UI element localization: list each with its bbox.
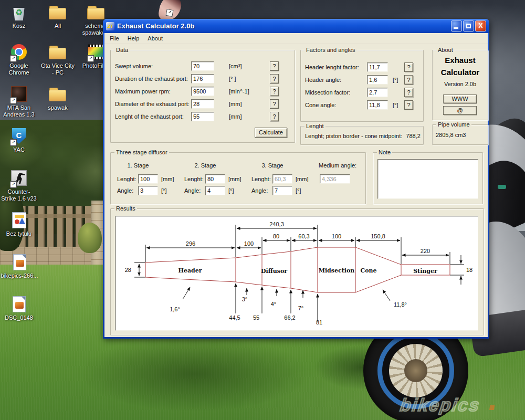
stage-title: 2. Stage (184, 162, 226, 169)
dim-inlet-diameter: 28 (125, 267, 131, 273)
group-title: Lenght (304, 123, 326, 129)
factors-group: Factors and angles Header lenght factor:… (300, 50, 424, 122)
unit-label: [°] (393, 102, 398, 108)
wheel-hub (404, 359, 427, 382)
folder-icon (49, 86, 67, 103)
dim-d2: 55 (253, 314, 259, 321)
folder-icon (49, 44, 67, 61)
email-button[interactable]: @ (443, 106, 477, 115)
paint-page (12, 212, 26, 228)
exhaust-port-diameter-input[interactable] (191, 99, 214, 109)
desktop-icon-all[interactable]: All (40, 4, 76, 29)
desktop-icon-label: All (40, 23, 76, 29)
angle-cone: 11,8° (394, 301, 407, 308)
swept-volume-input[interactable] (191, 61, 214, 71)
group-title: Pipe volume (436, 121, 471, 128)
help-button[interactable]: ? (404, 100, 413, 110)
group-title: About (436, 47, 455, 53)
field-label: Lenght: (117, 176, 136, 182)
paint-triangle (19, 218, 25, 224)
field-label: Angle: (117, 187, 133, 194)
exhaust-port-length-input[interactable] (191, 112, 214, 121)
desktop-icon-kosz[interactable]: ♻ Kosz (1, 4, 37, 29)
shortcut-arrow-icon: ↗ (165, 9, 173, 17)
note-textarea[interactable] (377, 159, 478, 199)
motorcycle-detail (498, 185, 506, 189)
cone-angle-input[interactable] (367, 100, 388, 110)
help-button[interactable]: ? (270, 87, 279, 96)
pipe-volume-group: Pipe volume 2805,8 cm3 (432, 124, 488, 145)
about-group: About Exhaust Calculator Version 2.0b WW… (432, 50, 488, 120)
menu-bar: File Help About (104, 33, 488, 44)
menu-about[interactable]: About (143, 34, 167, 43)
stage1-length-input[interactable] (138, 174, 158, 184)
help-button[interactable]: ? (270, 99, 279, 109)
help-button[interactable]: ? (404, 62, 413, 72)
www-button[interactable]: WWW (443, 94, 477, 103)
watermark-text: bikepics (399, 395, 481, 415)
stage2-length-input[interactable] (205, 174, 225, 184)
help-button[interactable]: ? (270, 61, 279, 71)
group-title: Three stage diffusor (114, 149, 169, 155)
group-title: Note (377, 149, 392, 155)
shortcut-arrow-icon: ↗ (10, 55, 17, 62)
stage2-angle-input[interactable] (205, 186, 225, 195)
recycle-glyph: ♻ (11, 7, 27, 17)
unit-label: [mm] (228, 176, 241, 182)
section-stinger: Stinger (413, 268, 437, 275)
maximize-button[interactable] (463, 20, 474, 32)
image-file-icon (10, 296, 28, 313)
title-bar[interactable]: 2T Exhaust Calculator 2.0b X (103, 19, 489, 33)
paint-circle (15, 219, 19, 224)
unit-label: [cm³] (229, 63, 242, 69)
chrome-icon: ↗ (10, 44, 28, 61)
desktop-icon-google-chrome[interactable]: ↗ Google Chrome (1, 44, 37, 76)
stage3-angle-input[interactable] (272, 186, 292, 195)
help-button[interactable]: ? (270, 112, 279, 121)
close-button[interactable]: X (475, 20, 486, 32)
window-body: File Help About Data Swept volume: Durat… (104, 33, 488, 337)
menu-help[interactable]: Help (123, 34, 144, 43)
dim-stinger-diameter: 18 (466, 267, 472, 273)
group-title: Factors and angles (304, 47, 357, 53)
help-button[interactable]: ? (404, 75, 413, 85)
results-group: Results (110, 208, 484, 335)
dim-cone: 150,8 (371, 233, 385, 239)
header-length-factor-input[interactable] (367, 62, 388, 72)
unit-label: [°] (296, 187, 301, 194)
dim-stage3: 60,3 (298, 233, 309, 239)
dim-stage2: 80 (273, 233, 279, 239)
desktop-icon-gta-vice-city[interactable]: Gta Vice City - PC (40, 44, 76, 76)
midsection-factor-input[interactable] (367, 88, 388, 97)
results-canvas: 296 100 240,3 80 60,3 100 150,8 220 28 1… (115, 216, 478, 331)
image-file-icon (10, 254, 28, 271)
desktop-icon-spawak[interactable]: spawak (40, 86, 76, 111)
desktop-icon-yac[interactable]: C ↗ YAC (1, 128, 37, 153)
desktop-icon-counter-strike[interactable]: ↗ Counter-Strike 1.6 v23 (1, 170, 37, 202)
desktop-icon-bikepics-file[interactable]: bikepics-266... (0, 254, 39, 279)
counter-strike-icon: ↗ (10, 170, 28, 187)
help-button[interactable]: ? (404, 88, 413, 97)
desktop-icon-label: spawak (40, 104, 76, 111)
help-button[interactable]: ? (270, 74, 279, 83)
recycle-bin-icon: ♻ (11, 4, 27, 21)
length-group: Lenght Lenght; piston border - cone midp… (300, 126, 424, 145)
max-power-rpm-input[interactable] (191, 87, 214, 96)
desktop-icon-bez-tytulu[interactable]: Bez tytułu (1, 212, 37, 237)
stage1-angle-input[interactable] (138, 186, 158, 195)
minimize-button[interactable] (451, 20, 462, 32)
shortcut-arrow-icon: ↗ (10, 139, 17, 146)
menu-file[interactable]: File (106, 34, 123, 43)
field-label: Cone angle: (305, 102, 336, 108)
field-label: Midsection factor: (305, 89, 350, 96)
desktop-icon-dsc-0148[interactable]: DSC_0148 (1, 296, 37, 321)
calculate-button[interactable]: Calculate (255, 128, 287, 138)
unit-label: [° ] (229, 76, 236, 82)
header-angle-input[interactable] (367, 75, 388, 85)
section-header: Header (178, 267, 202, 274)
diffusor-group: Three stage diffusor 1. Stage 2. Stage 3… (110, 152, 366, 204)
dim-d1: 44,5 (229, 314, 240, 321)
length-result-text: Lenght; piston border - cone midpoint: 7… (305, 133, 421, 139)
exhaust-duration-input[interactable] (191, 74, 214, 83)
desktop-icon-mta-san-andreas[interactable]: ↗ MTA San Andreas 1.3 (1, 86, 37, 118)
